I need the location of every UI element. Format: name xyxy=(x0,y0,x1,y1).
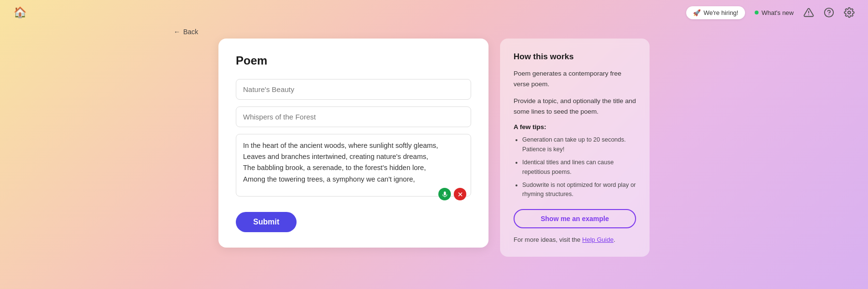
info-desc-2: Provide a topic, and optionally the titl… xyxy=(514,96,636,117)
show-example-button[interactable]: Show me an example xyxy=(514,209,636,228)
example-label: Show me an example xyxy=(541,215,609,223)
hiring-button[interactable]: 🚀 We're hiring! xyxy=(686,6,745,19)
tip-1: Generation can take up to 20 seconds. Pa… xyxy=(522,135,636,154)
info-panel: How this works Poem generates a contempo… xyxy=(500,39,650,257)
title-input[interactable] xyxy=(236,106,471,127)
svg-point-4 xyxy=(848,11,851,14)
home-icon[interactable]: 🏠 xyxy=(14,6,27,19)
help-text-end: . xyxy=(613,236,615,243)
help-text: For more ideas, visit the Help Guide. xyxy=(514,236,636,243)
tip-2: Identical titles and lines can cause rep… xyxy=(522,158,636,177)
tip-3: Sudowrite is not optimized for word play… xyxy=(522,181,636,199)
mic-icon[interactable] xyxy=(438,188,451,200)
poem-card-title: Poem xyxy=(236,54,471,67)
info-desc-1: Poem generates a contemporary free verse… xyxy=(514,68,636,89)
settings-button[interactable] xyxy=(844,7,854,18)
help-text-prefix: For more ideas, visit the xyxy=(514,236,582,243)
tips-title: A few tips: xyxy=(514,123,636,131)
poem-card: Poem In the heart of the ancient woods, … xyxy=(218,39,488,248)
help-button[interactable] xyxy=(824,7,834,18)
nav-right: 🚀 We're hiring! What's new xyxy=(686,6,854,19)
submit-label: Submit xyxy=(253,218,279,226)
rocket-icon: 🚀 xyxy=(693,9,701,16)
help-icon xyxy=(824,7,834,18)
lines-wrapper: In the heart of the ancient woods, where… xyxy=(236,134,471,205)
info-panel-title: How this works xyxy=(514,52,636,62)
x-icon xyxy=(457,191,463,197)
lines-textarea[interactable]: In the heart of the ancient woods, where… xyxy=(236,134,471,197)
settings-icon xyxy=(844,7,854,18)
hiring-label: We're hiring! xyxy=(704,9,738,16)
mic-svg xyxy=(442,191,448,197)
close-circle-icon[interactable] xyxy=(454,188,466,200)
topic-input[interactable] xyxy=(236,79,471,100)
help-guide-link[interactable]: Help Guide xyxy=(582,236,613,243)
back-arrow-icon: ← xyxy=(174,28,180,36)
green-dot-icon xyxy=(755,11,759,14)
submit-button[interactable]: Submit xyxy=(236,212,297,232)
whats-new-label: What's new xyxy=(761,9,794,16)
alert-button[interactable] xyxy=(803,7,814,18)
back-label: Back xyxy=(183,28,198,36)
textarea-icons xyxy=(438,188,466,200)
nav-left: 🏠 xyxy=(14,6,27,19)
back-link[interactable]: ← Back xyxy=(174,28,198,36)
tips-list: Generation can take up to 20 seconds. Pa… xyxy=(514,135,636,199)
alert-icon xyxy=(803,7,814,18)
whats-new-button[interactable]: What's new xyxy=(755,9,794,16)
top-nav: 🏠 🚀 We're hiring! What's new xyxy=(0,0,868,25)
main-content: Poem In the heart of the ancient woods, … xyxy=(0,39,868,289)
